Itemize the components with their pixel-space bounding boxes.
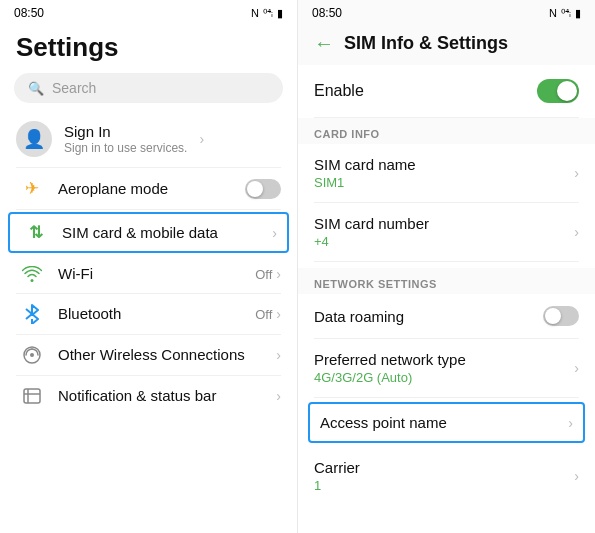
svg-rect-4 (24, 389, 40, 403)
notification-text: Notification & status bar (58, 387, 276, 405)
aeroplane-text: Aeroplane mode (58, 180, 245, 198)
sidebar-item-aeroplane[interactable]: ✈ Aeroplane mode (0, 168, 297, 209)
wifi-label: Wi-Fi (58, 265, 93, 282)
data-roaming-item[interactable]: Data roaming (298, 294, 595, 338)
aeroplane-icon: ✈ (16, 178, 48, 199)
battery-icon: ▮ (277, 7, 283, 20)
wifi-chevron: › (276, 266, 281, 282)
sim-text: SIM card & mobile data (62, 224, 272, 242)
network-type-sub: 4G/3G/2G (Auto) (314, 370, 574, 385)
carrier-sub: 1 (314, 478, 574, 493)
right-content: Enable CARD INFO SIM card name SIM1 › SI… (298, 65, 595, 533)
wifi-text: Wi-Fi (58, 265, 255, 283)
svg-line-1 (26, 314, 32, 319)
enable-toggle[interactable] (537, 79, 579, 103)
notification-label: Notification & status bar (58, 387, 216, 404)
aeroplane-label: Aeroplane mode (58, 180, 168, 197)
sign-in-subtitle: Sign in to use services. (64, 141, 187, 155)
sim-name-title: SIM card name (314, 156, 574, 173)
sim-name-item[interactable]: SIM card name SIM1 › (298, 144, 595, 202)
bluetooth-chevron: › (276, 306, 281, 322)
search-placeholder: Search (52, 80, 96, 96)
wireless-text: Other Wireless Connections (58, 346, 276, 364)
bluetooth-icon (16, 304, 48, 324)
sim-name-sub: SIM1 (314, 175, 574, 190)
right-time: 08:50 (312, 6, 342, 20)
data-roaming-title: Data roaming (314, 308, 543, 325)
network-type-left: Preferred network type 4G/3G/2G (Auto) (314, 351, 574, 385)
notification-icon (16, 386, 48, 406)
network-type-item[interactable]: Preferred network type 4G/3G/2G (Auto) › (298, 339, 595, 397)
sim-name-chevron: › (574, 165, 579, 181)
right-signal-bars: ⁰⁴ᵢ (561, 7, 571, 20)
divider-2 (16, 209, 281, 210)
carrier-title: Carrier (314, 459, 574, 476)
right-status-bar: 08:50 N ⁰⁴ᵢ ▮ (298, 0, 595, 24)
sim-label: SIM card & mobile data (62, 224, 218, 241)
card-info-section-header: CARD INFO (298, 118, 595, 144)
settings-title: Settings (0, 24, 297, 69)
sim-number-title: SIM card number (314, 215, 574, 232)
access-point-left: Access point name (320, 414, 568, 431)
right-page-title: SIM Info & Settings (344, 33, 508, 54)
bluetooth-label: Bluetooth (58, 305, 121, 322)
carrier-chevron: › (574, 468, 579, 484)
network-settings-section-header: NETWORK SETTINGS (298, 268, 595, 294)
notification-chevron: › (276, 388, 281, 404)
sim-icon: ⇅ (20, 222, 52, 243)
search-bar[interactable]: 🔍 Search (14, 73, 283, 103)
avatar-icon: 👤 (23, 128, 45, 150)
bluetooth-text: Bluetooth (58, 305, 255, 323)
sim-number-item[interactable]: SIM card number +4 › (298, 203, 595, 261)
sidebar-item-bluetooth[interactable]: Bluetooth Off › (0, 294, 297, 334)
right-panel: 08:50 N ⁰⁴ᵢ ▮ ← SIM Info & Settings Enab… (297, 0, 595, 533)
right-divider-5 (314, 397, 579, 398)
left-status-icons: N ⁰⁴ᵢ ▮ (251, 7, 283, 20)
wifi-value: Off (255, 267, 272, 282)
sim-name-left: SIM card name SIM1 (314, 156, 574, 190)
settings-list: 👤 Sign In Sign in to use services. › ✈ A… (0, 111, 297, 533)
right-battery-icon: ▮ (575, 7, 581, 20)
data-roaming-toggle[interactable] (543, 306, 579, 326)
data-roaming-left: Data roaming (314, 308, 543, 325)
enable-row: Enable (298, 65, 595, 117)
sign-in-chevron: › (199, 131, 204, 147)
sim-number-chevron: › (574, 224, 579, 240)
sidebar-item-wifi[interactable]: Wi-Fi Off › (0, 255, 297, 293)
aeroplane-toggle[interactable] (245, 179, 281, 199)
right-status-icons: N ⁰⁴ᵢ ▮ (549, 7, 581, 20)
carrier-item[interactable]: Carrier 1 › (298, 447, 595, 505)
right-signal-icon: N (549, 7, 557, 19)
avatar: 👤 (16, 121, 52, 157)
wireless-chevron: › (276, 347, 281, 363)
network-type-chevron: › (574, 360, 579, 376)
wireless-label: Other Wireless Connections (58, 346, 245, 363)
wireless-icon (16, 345, 48, 365)
right-divider-3 (314, 261, 579, 262)
access-point-title: Access point name (320, 414, 568, 431)
signal-bars-icon: ⁰⁴ᵢ (263, 7, 273, 20)
back-button[interactable]: ← (314, 32, 334, 55)
left-time: 08:50 (14, 6, 44, 20)
network-type-title: Preferred network type (314, 351, 574, 368)
access-point-chevron: › (568, 415, 573, 431)
left-status-bar: 08:50 N ⁰⁴ᵢ ▮ (0, 0, 297, 24)
sign-in-title: Sign In (64, 123, 187, 140)
signal-icon: N (251, 7, 259, 19)
sign-in-row[interactable]: 👤 Sign In Sign in to use services. › (0, 111, 297, 167)
right-header: ← SIM Info & Settings (298, 24, 595, 65)
left-panel: 08:50 N ⁰⁴ᵢ ▮ Settings 🔍 Search 👤 Sign I… (0, 0, 297, 533)
search-icon: 🔍 (28, 81, 44, 96)
sign-in-text: Sign In Sign in to use services. (64, 123, 187, 155)
enable-label: Enable (314, 82, 364, 100)
sim-number-sub: +4 (314, 234, 574, 249)
sidebar-item-sim[interactable]: ⇅ SIM card & mobile data › (8, 212, 289, 253)
sim-chevron: › (272, 225, 277, 241)
sidebar-item-notification[interactable]: Notification & status bar › (0, 376, 297, 416)
svg-point-3 (30, 353, 34, 357)
wifi-icon (16, 266, 48, 282)
sim-number-left: SIM card number +4 (314, 215, 574, 249)
carrier-left: Carrier 1 (314, 459, 574, 493)
sidebar-item-wireless[interactable]: Other Wireless Connections › (0, 335, 297, 375)
access-point-item[interactable]: Access point name › (308, 402, 585, 443)
